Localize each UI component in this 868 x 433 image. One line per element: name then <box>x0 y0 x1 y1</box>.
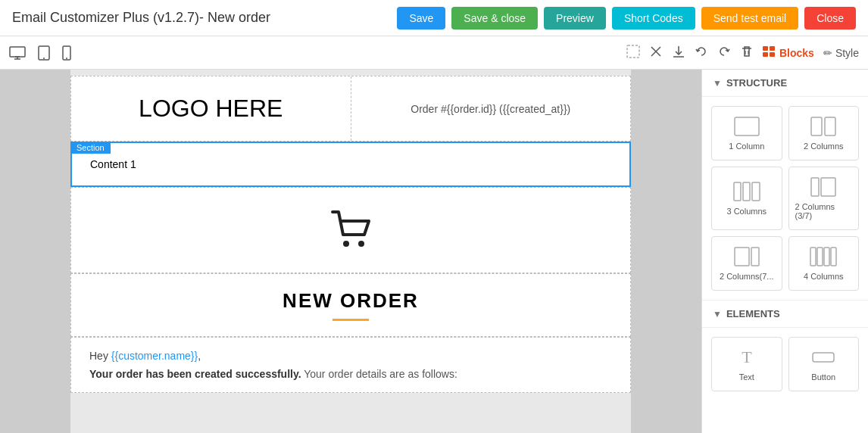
logo-cell: LOGO HERE <box>71 76 351 141</box>
block-2-columns[interactable]: 2 Columns <box>788 106 860 160</box>
block-4-columns[interactable]: 4 Columns <box>788 236 860 291</box>
elements-grid: T Text Button <box>702 328 868 400</box>
header-row: LOGO HERE Order #{{order.id}} ({{created… <box>70 76 631 142</box>
block-1-column[interactable]: 1 Column <box>711 106 782 160</box>
structure-chevron-icon: ▼ <box>713 78 722 89</box>
section-label-row: Section Content 1 <box>70 142 631 187</box>
svg-rect-30 <box>751 248 759 266</box>
block-1-column-label: 1 Column <box>729 142 764 151</box>
svg-rect-25 <box>743 182 750 201</box>
blocks-tab[interactable]: Blocks <box>763 46 814 60</box>
svg-rect-15 <box>763 46 768 51</box>
cart-icon <box>326 206 375 254</box>
new-order-title: NEW ORDER <box>283 289 419 313</box>
order-desc: Your order has been created successfully… <box>89 368 612 380</box>
download-icon[interactable] <box>672 45 685 61</box>
block-2-columns-37[interactable]: 2 Columns (3/7) <box>788 167 860 230</box>
close-button[interactable]: Close <box>804 7 856 30</box>
content-text: Content 1 <box>90 158 136 170</box>
short-codes-button[interactable]: Short Codes <box>612 7 695 30</box>
style-tab[interactable]: ✏ Style <box>823 47 859 59</box>
new-order-underline <box>333 319 369 321</box>
elements-section-header[interactable]: ▼ ELEMENTS <box>702 301 868 328</box>
structure-grid: 1 Column 2 Columns 3 Columns 2 Columns (… <box>702 97 868 300</box>
customer-name-var: {{customer.name}} <box>111 350 198 362</box>
block-3-columns[interactable]: 3 Columns <box>711 167 782 230</box>
logo-bold: LOGO <box>139 95 208 122</box>
page-title: Email Customizer Plus (v1.2.7)- New orde… <box>12 10 270 26</box>
topbar: Email Customizer Plus (v1.2.7)- New orde… <box>0 0 868 36</box>
style-label: Style <box>835 47 859 59</box>
svg-point-19 <box>343 241 349 247</box>
svg-rect-18 <box>770 52 775 57</box>
topbar-buttons: Save Save & close Preview Short Codes Se… <box>397 7 856 30</box>
canvas-area[interactable]: LOGO HERE Order #{{order.id}} ({{created… <box>0 70 701 433</box>
svg-rect-17 <box>763 52 768 57</box>
svg-rect-0 <box>10 47 25 57</box>
svg-rect-28 <box>821 178 835 196</box>
svg-text:T: T <box>742 347 752 366</box>
save-button[interactable]: Save <box>397 7 445 30</box>
svg-point-5 <box>43 58 45 59</box>
element-button-label: Button <box>811 372 835 382</box>
svg-point-7 <box>66 58 67 59</box>
svg-rect-36 <box>813 353 834 362</box>
delete-icon[interactable] <box>740 45 754 61</box>
block-2-columns-7-label: 2 Columns(7... <box>720 272 774 281</box>
hey-text: Hey {{customer.name}}, <box>89 350 612 362</box>
desktop-icon[interactable] <box>9 46 26 60</box>
svg-rect-33 <box>824 248 829 266</box>
blocks-icon <box>763 46 776 60</box>
mobile-icon[interactable] <box>62 45 71 61</box>
move-icon[interactable] <box>649 45 663 61</box>
svg-rect-24 <box>734 182 741 201</box>
new-order-section: NEW ORDER <box>70 273 631 337</box>
order-cell: Order #{{order.id}} ({{created_at}}) <box>351 76 631 141</box>
email-wrapper: LOGO HERE Order #{{order.id}} ({{created… <box>70 70 631 433</box>
svg-rect-16 <box>770 46 775 51</box>
preview-button[interactable]: Preview <box>544 7 606 30</box>
element-button[interactable]: Button <box>788 337 860 391</box>
logo-thin: HERE <box>209 95 283 122</box>
svg-rect-32 <box>817 248 823 266</box>
svg-rect-31 <box>810 248 816 266</box>
structure-section-header[interactable]: ▼ STRUCTURE <box>702 70 868 97</box>
structure-label: STRUCTURE <box>726 77 787 89</box>
logo-text: LOGO HERE <box>139 95 283 123</box>
content-section[interactable]: Content 1 <box>70 142 631 187</box>
block-2-columns-7[interactable]: 2 Columns(7... <box>711 236 782 291</box>
block-2-columns-37-label: 2 Columns (3/7) <box>795 202 853 220</box>
right-panel: ▼ STRUCTURE 1 Column 2 Columns 3 Columns <box>701 70 868 433</box>
block-4-columns-label: 4 Columns <box>804 272 844 281</box>
block-3-columns-label: 3 Columns <box>726 207 767 216</box>
save-close-button[interactable]: Save & close <box>451 7 538 30</box>
toolbar-left <box>9 45 71 61</box>
main-area: LOGO HERE Order #{{order.id}} ({{created… <box>0 70 868 433</box>
svg-rect-29 <box>735 248 749 266</box>
select-icon[interactable] <box>626 45 640 61</box>
hey-section: Hey {{customer.name}}, Your order has be… <box>70 337 631 393</box>
element-text[interactable]: T Text <box>711 337 782 391</box>
tablet-icon[interactable] <box>38 45 50 61</box>
order-info: Order #{{order.id}} ({{created_at}}) <box>411 103 570 115</box>
svg-rect-22 <box>811 117 822 136</box>
redo-icon[interactable] <box>717 45 731 61</box>
toolbar: Blocks ✏ Style <box>0 36 868 70</box>
svg-rect-34 <box>831 248 836 266</box>
elements-label: ELEMENTS <box>726 308 780 319</box>
elements-chevron-icon: ▼ <box>713 309 722 319</box>
svg-rect-27 <box>811 178 819 196</box>
undo-icon[interactable] <box>695 45 708 61</box>
block-2-columns-label: 2 Columns <box>804 142 844 151</box>
svg-rect-21 <box>735 117 759 136</box>
blocks-label: Blocks <box>779 47 814 59</box>
cart-section <box>70 187 631 273</box>
send-test-button[interactable]: Send test email <box>701 7 799 30</box>
svg-rect-26 <box>752 182 760 201</box>
section-badge: Section <box>70 142 111 154</box>
element-text-label: Text <box>739 372 754 382</box>
pencil-icon: ✏ <box>823 47 832 59</box>
svg-point-20 <box>358 241 364 247</box>
svg-rect-8 <box>627 45 639 58</box>
svg-rect-23 <box>825 117 835 136</box>
